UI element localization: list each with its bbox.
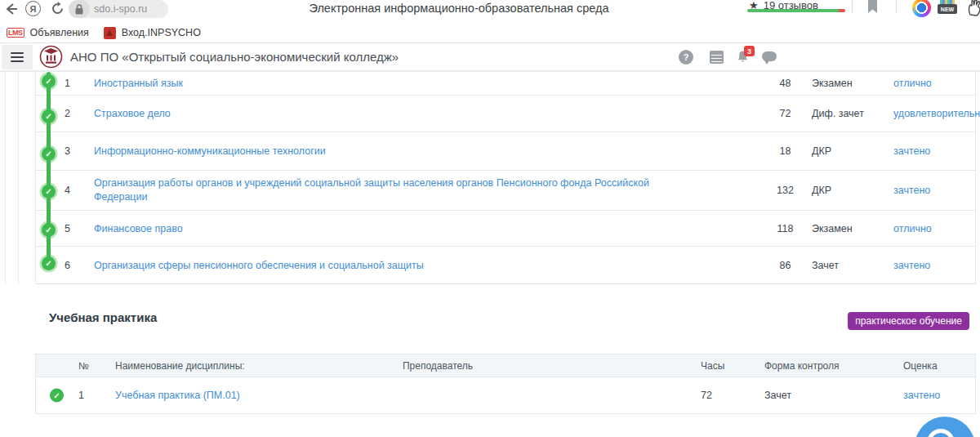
row-number: 4 <box>65 185 70 196</box>
discipline-row: 2 Страховое дело 72 Диф. зачет удовлетво… <box>36 96 975 132</box>
main-content: 1 Иностранный язык 48 Экзамен отлично 2 … <box>0 72 980 437</box>
control-form: ДКР <box>812 185 831 196</box>
bookmark-announcements[interactable]: LMS Объявления <box>7 27 89 38</box>
col-header-control: Форма контроля <box>764 360 840 372</box>
discipline-link[interactable]: Страховое дело <box>94 107 666 121</box>
lms-favicon: LMS <box>7 28 24 38</box>
hours-value: 118 <box>767 223 804 234</box>
rating-bar <box>747 9 845 12</box>
disciplines-card: 1 Иностранный язык 48 Экзамен отлично 2 … <box>35 72 976 284</box>
notification-count-badge: 3 <box>744 46 755 56</box>
yandex-browser-icon[interactable]: Я <box>25 1 41 16</box>
bookmark-icon <box>867 0 878 14</box>
completed-check-icon: ✓ <box>42 223 56 237</box>
discipline-row: 3 Информационно-коммуникационные техноло… <box>36 132 975 171</box>
completed-check-icon: ✓ <box>50 389 64 403</box>
row-number: 1 <box>78 390 84 401</box>
grade-link[interactable]: зачтено <box>893 185 930 196</box>
back-arrow-icon <box>3 1 20 17</box>
row-number: 2 <box>65 108 70 119</box>
refresh-icon <box>51 2 65 16</box>
extension-art <box>940 0 955 4</box>
bookmark-inpsycho[interactable]: Вход.INPSYCHO <box>104 27 201 39</box>
browser-window: Я sdo.i-spo.ru Электронная информационно… <box>0 0 980 437</box>
table-header-row: № Наименование дисциплины: Преподаватель… <box>36 355 975 377</box>
back-button[interactable] <box>3 1 20 20</box>
row-number: 3 <box>65 145 70 157</box>
row-number: 5 <box>65 223 70 234</box>
chat-bubble-icon <box>762 51 777 61</box>
col-header-num: № <box>78 360 89 372</box>
extension-new-icon[interactable]: NEW <box>938 0 957 14</box>
discipline-row: 1 Иностранный язык 48 Экзамен отлично <box>36 72 975 96</box>
col-header-grade: Оценка <box>903 360 938 372</box>
messages-icon[interactable] <box>762 51 777 61</box>
profile-avatar-icon[interactable] <box>912 0 931 17</box>
toolbar-divider <box>852 0 853 13</box>
control-form: Зачет <box>764 390 791 401</box>
timeline-column-border <box>18 72 19 284</box>
practice-link[interactable]: Учебная практика (ПМ.01) <box>115 390 240 401</box>
hours-value: 86 <box>767 260 804 271</box>
discipline-link[interactable]: Финансовое право <box>94 221 666 235</box>
college-logo <box>39 45 63 72</box>
refresh-button[interactable] <box>51 2 65 19</box>
row-number: 1 <box>65 78 70 89</box>
grade-link[interactable]: зачтено <box>903 390 940 401</box>
bookmark-label: Объявления <box>30 27 89 38</box>
inpsycho-favicon <box>104 27 116 39</box>
url-text: sdo.i-spo.ru <box>90 3 147 15</box>
discipline-row: 5 Финансовое право 118 Экзамен отлично <box>36 211 975 247</box>
discipline-link[interactable]: Информационно-коммуникационные технологи… <box>94 145 666 158</box>
page-title: Электронная информационно-образовательна… <box>214 2 704 15</box>
hours-value: 72 <box>701 390 712 401</box>
completed-check-icon: ✓ <box>42 109 56 123</box>
grade-link[interactable]: удовлетворительно <box>893 108 980 119</box>
support-chat-button[interactable] <box>915 417 975 437</box>
bookmarks-bar: LMS Объявления Вход.INPSYCHO <box>0 23 980 43</box>
col-header-hours: Часы <box>701 360 724 372</box>
completed-check-icon: ✓ <box>42 185 56 198</box>
completed-check-icon: ✓ <box>42 147 56 161</box>
hand-extension-icon[interactable] <box>967 0 980 21</box>
bookmark-flag-button[interactable] <box>867 0 878 17</box>
calendar-icon[interactable] <box>710 51 724 64</box>
completed-check-icon: ✓ <box>42 256 56 270</box>
college-name: АНО ПО «Открытый социально-экономический… <box>70 43 399 70</box>
col-header-name: Наименование дисциплины: <box>115 360 245 372</box>
control-form: Зачет <box>812 260 839 271</box>
grade-link[interactable]: отлично <box>893 78 932 89</box>
discipline-row: 4 Организация работы органов и учреждени… <box>36 171 975 211</box>
app-header: АНО ПО «Открытый социально-экономический… <box>0 43 980 72</box>
address-bar[interactable]: sdo.i-spo.ru <box>69 0 168 18</box>
control-form: Экзамен <box>812 78 853 89</box>
hours-value: 48 <box>767 78 804 89</box>
chat-widget-icon <box>927 429 955 437</box>
grade-link[interactable]: зачтено <box>893 260 930 271</box>
completed-check-icon: ✓ <box>42 74 56 88</box>
grade-link[interactable]: зачтено <box>893 145 930 157</box>
hours-value: 72 <box>767 108 804 119</box>
discipline-row: 6 Организация сферы пенсионного обеспече… <box>36 247 975 284</box>
discipline-link[interactable]: Иностранный язык <box>94 77 666 91</box>
toolbar-divider <box>896 0 897 13</box>
discipline-link[interactable]: Организация сферы пенсионного обеспечени… <box>94 259 666 273</box>
col-header-teacher: Преподаватель <box>315 360 560 372</box>
discipline-link[interactable]: Организация работы органов и учреждений … <box>94 176 666 204</box>
new-badge: NEW <box>938 4 957 14</box>
row-number: 6 <box>65 260 70 271</box>
help-icon[interactable]: ? <box>679 50 693 65</box>
practice-table: № Наименование дисциплины: Преподаватель… <box>35 354 976 414</box>
grade-link[interactable]: отлично <box>893 223 932 234</box>
ssl-lock-icon[interactable] <box>69 0 90 18</box>
menu-toggle-button[interactable] <box>2 45 33 69</box>
bookmark-label: Вход.INPSYCHO <box>122 27 201 38</box>
hours-value: 132 <box>767 185 804 196</box>
control-form: Диф. зачет <box>812 108 864 119</box>
practice-type-badge: практическое обучение <box>848 312 969 330</box>
hours-value: 18 <box>767 145 804 157</box>
control-form: ДКР <box>812 145 831 157</box>
table-row: ✓ 1 Учебная практика (ПМ.01) 72 Зачет за… <box>36 377 975 413</box>
outer-border <box>5 72 6 284</box>
section-heading: Учебная практика <box>49 310 157 324</box>
